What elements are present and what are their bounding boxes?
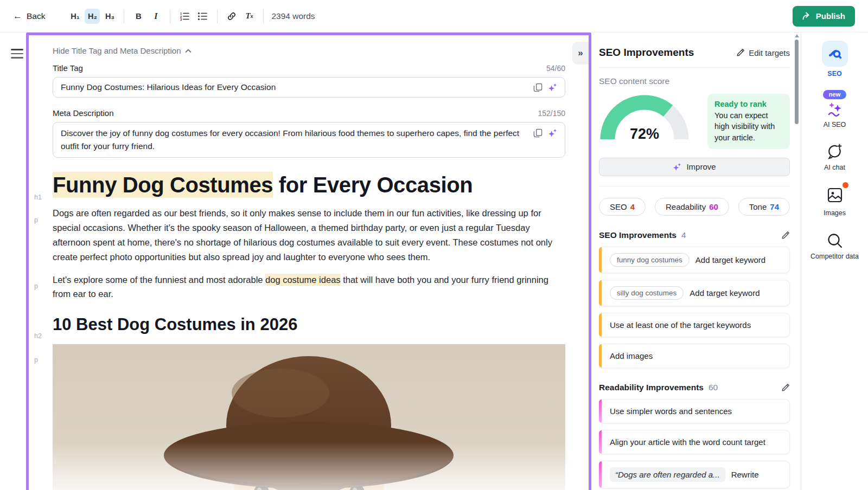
- heading3-button[interactable]: H₃: [102, 9, 117, 24]
- readability-improvement-card[interactable]: Align your article with the word count t…: [599, 430, 790, 454]
- publish-button[interactable]: Publish: [793, 6, 855, 27]
- chevrons-right-icon: »: [578, 48, 583, 59]
- title-tag-counter: 54/60: [546, 64, 565, 73]
- divider: [599, 186, 790, 186]
- pill-readability[interactable]: Readability 60: [655, 198, 729, 216]
- edit-targets-button[interactable]: Edit targets: [736, 48, 790, 57]
- left-rail: [0, 33, 26, 490]
- readability-improvements-header: Readability Improvements 60: [599, 383, 790, 392]
- rewrite-action[interactable]: Rewrite: [731, 470, 759, 479]
- hide-meta-toggle[interactable]: Hide Title Tag and Meta Description: [53, 46, 565, 55]
- ordered-list-button[interactable]: 1 2 3: [177, 9, 193, 24]
- new-badge: new: [823, 90, 846, 99]
- sidebar-scrollbar[interactable]: [794, 33, 799, 490]
- pencil-icon[interactable]: [781, 231, 790, 240]
- pill-seo[interactable]: SEO 4: [599, 198, 646, 216]
- ai-sparkles-icon: [673, 163, 681, 171]
- link-button[interactable]: [224, 9, 239, 24]
- article-paragraph: Dogs are often regarded as our best frie…: [53, 206, 565, 265]
- rail-label-seo: SEO: [810, 70, 859, 79]
- copy-icon[interactable]: [533, 128, 542, 138]
- article-h1-block[interactable]: h1 Funny Dog Costumes for Every Occasion: [53, 172, 565, 198]
- editor-frame: » Hide Title Tag and Meta Description Ti…: [26, 33, 591, 490]
- competitor-data-icon: [826, 232, 844, 249]
- seo-improvement-card[interactable]: funny dog costumes Add target keyword: [599, 247, 790, 273]
- article-h2-block[interactable]: h2 10 Best Dog Costumes in 2026: [53, 314, 565, 336]
- notification-dot: [843, 182, 848, 188]
- quoted-sentence-chip[interactable]: “Dogs are often regarded a...: [610, 467, 725, 482]
- bullet-list-button[interactable]: [195, 9, 210, 24]
- rail-label-ai-seo: AI SEO: [810, 121, 859, 130]
- back-arrow-icon: ←: [13, 11, 22, 22]
- seo-improvements-header: SEO Improvements 4: [599, 230, 790, 240]
- article-title: Funny Dog Costumes for Every Occasion: [53, 172, 565, 198]
- rail-item-seo[interactable]: SEO: [810, 33, 859, 79]
- seo-icon: [827, 46, 843, 61]
- status-title: Ready to rank: [714, 100, 783, 108]
- keyword-pill[interactable]: funny dog costumes: [610, 253, 690, 267]
- seo-sidebar: SEO Improvements Edit targets SEO conten…: [599, 33, 790, 490]
- ordered-list-icon: 1 2 3: [180, 11, 190, 21]
- pill-tone[interactable]: Tone 74: [738, 198, 790, 216]
- rail-label-images: Images: [810, 209, 859, 218]
- block-tag-label: p: [34, 282, 38, 290]
- meta-description-counter: 152/150: [538, 109, 565, 118]
- editor-content[interactable]: Hide Title Tag and Meta Description Titl…: [53, 46, 565, 490]
- sidebar-title: SEO Improvements: [599, 47, 694, 59]
- menu-icon[interactable]: [11, 49, 26, 59]
- seo-score-value: 72%: [599, 126, 690, 143]
- ai-sparkles-icon[interactable]: [548, 83, 557, 92]
- collapse-panel-button[interactable]: »: [572, 42, 589, 65]
- title-tag-input[interactable]: Funny Dog Costumes: Hilarious Ideas for …: [53, 77, 565, 98]
- meta-description-label: Meta Description: [53, 108, 114, 118]
- seo-score-gauge: 72%: [599, 94, 690, 141]
- readability-improvement-card[interactable]: Use simpler words and sentences: [599, 399, 790, 423]
- toolbar-divider: [124, 9, 124, 23]
- status-text: You can expect high visibility with your…: [714, 110, 783, 143]
- seo-improvement-card[interactable]: silly dog costumes Add target keyword: [599, 280, 790, 306]
- readability-improvement-card[interactable]: “Dogs are often regarded a... Rewrite: [599, 461, 790, 488]
- images-icon: [826, 186, 844, 204]
- copy-icon[interactable]: [533, 83, 542, 92]
- block-tag-label: p: [34, 356, 38, 364]
- ready-to-rank-box: Ready to rank You can expect high visibi…: [707, 94, 790, 149]
- article-paragraph-block[interactable]: p Dogs are often regarded as our best fr…: [53, 206, 565, 265]
- pencil-icon: [736, 48, 745, 57]
- keyword-pill[interactable]: silly dog costumes: [610, 286, 684, 300]
- rail-item-images[interactable]: Images: [810, 186, 859, 218]
- highlighted-keyword: Funny Dog Costumes: [53, 172, 273, 198]
- heading2-button[interactable]: H₂: [85, 9, 100, 24]
- publish-arrow-icon: [802, 12, 812, 20]
- improve-button[interactable]: Improve: [599, 158, 790, 176]
- title-tag-value: Funny Dog Costumes: Hilarious Ideas for …: [61, 81, 527, 94]
- article-subtitle: 10 Best Dog Costumes in 2026: [53, 314, 565, 336]
- back-button[interactable]: ← Back: [13, 11, 45, 22]
- top-toolbar: ← Back H₁ H₂ H₃ B I 1 2 3: [0, 0, 868, 33]
- publish-label: Publish: [816, 11, 845, 21]
- score-pills: SEO 4 Readability 60 Tone 74: [599, 198, 790, 216]
- scrollbar-up-arrow[interactable]: [795, 34, 799, 37]
- bullet-list-icon: [197, 11, 208, 21]
- pencil-icon[interactable]: [781, 383, 790, 392]
- italic-button[interactable]: I: [148, 9, 163, 24]
- heading1-button[interactable]: H₁: [67, 9, 82, 24]
- bold-button[interactable]: B: [131, 9, 146, 24]
- scrollbar-thumb[interactable]: [795, 40, 799, 124]
- svg-text:3: 3: [180, 18, 182, 21]
- clear-formatting-button[interactable]: Tx: [241, 9, 257, 24]
- meta-description-input[interactable]: Discover the joy of funny dog costumes f…: [53, 122, 565, 158]
- seo-improvement-card[interactable]: Add images: [599, 344, 790, 368]
- ai-sparkles-icon[interactable]: [548, 128, 557, 138]
- rail-item-ai-chat[interactable]: AI chat: [810, 143, 859, 172]
- toolbar-divider: [217, 9, 218, 23]
- rail-item-ai-seo[interactable]: new AI SEO: [810, 79, 859, 130]
- seo-improvement-card[interactable]: Use at least one of the target keywords: [599, 313, 790, 337]
- article-image-block[interactable]: p: [53, 344, 565, 490]
- article-paragraph: Let's explore some of the funniest and m…: [53, 273, 565, 302]
- article-paragraph-block[interactable]: p Let's explore some of the funniest and…: [53, 273, 565, 302]
- block-tag-label: h1: [34, 194, 42, 201]
- rail-item-competitor-data[interactable]: Competitor data: [810, 232, 859, 261]
- back-label: Back: [27, 11, 45, 21]
- rail-label-competitor-data: Competitor data: [810, 253, 859, 261]
- highlighted-keyword: dog costume ideas: [265, 274, 341, 286]
